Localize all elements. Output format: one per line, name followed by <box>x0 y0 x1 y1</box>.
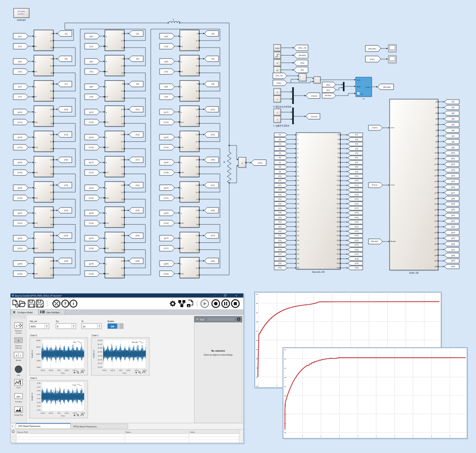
svg-text:g13: g13 <box>435 169 437 171</box>
svg-text:[Kp]: [Kp] <box>301 62 304 64</box>
svg-text:[Open]: [Open] <box>372 126 377 129</box>
svg-text:103: 103 <box>57 412 60 414</box>
svg-text:0.96: 0.96 <box>37 390 41 392</box>
svg-text:I8: I8 <box>297 166 298 168</box>
svg-text:N+: N+ <box>50 166 52 168</box>
svg-text:8020: 8020 <box>37 346 41 348</box>
svg-text:[I4]: [I4] <box>279 148 281 150</box>
svg-text:[V26]: [V26] <box>355 249 358 251</box>
svg-text:Amplitude: Amplitude <box>31 392 33 401</box>
svg-text:I15: I15 <box>196 134 198 136</box>
svg-text:0.92: 0.92 <box>37 405 41 407</box>
svg-text:[V2]: [V2] <box>89 45 93 48</box>
svg-text:[g12]: [g12] <box>164 111 168 113</box>
svg-text:N+: N+ <box>196 116 198 118</box>
svg-text:Vdc_ref: Vdc_ref <box>30 320 37 323</box>
svg-text:I15: I15 <box>297 198 299 200</box>
svg-text:g: g <box>181 212 182 214</box>
svg-text:[V10]: [V10] <box>355 175 358 177</box>
svg-text:–: – <box>215 294 216 297</box>
svg-text:[I25]: [I25] <box>64 234 68 237</box>
svg-text:g14: g14 <box>435 175 437 177</box>
svg-text:Image Box: Image Box <box>14 414 23 416</box>
svg-text:[V27]: [V27] <box>355 253 358 255</box>
svg-text:V9: V9 <box>338 171 339 173</box>
svg-text:[g4]: [g4] <box>18 60 21 63</box>
svg-text:V16: V16 <box>35 172 37 174</box>
svg-text:[g6]: [g6] <box>452 130 454 131</box>
svg-text:[V28]: [V28] <box>355 258 358 260</box>
svg-text:Button: Button <box>16 359 22 361</box>
svg-text:103: 103 <box>119 369 122 371</box>
svg-text:g1: g1 <box>435 101 437 103</box>
svg-text:g26: g26 <box>435 243 437 245</box>
svg-text:[g14]: [g14] <box>89 136 93 138</box>
svg-text:V21: V21 <box>337 226 339 228</box>
svg-text:[I27]: [I27] <box>211 234 215 237</box>
svg-text:[g28]: [g28] <box>451 255 455 256</box>
svg-text:N+: N+ <box>196 217 198 219</box>
svg-text:[V14]: [V14] <box>355 194 358 196</box>
svg-text:No selection: No selection <box>212 349 225 352</box>
svg-text:I23: I23 <box>121 210 123 212</box>
svg-text:[V20]: [V20] <box>355 221 358 223</box>
svg-text:[g10]: [g10] <box>451 152 455 154</box>
svg-text:[I12]: [I12] <box>211 108 215 111</box>
svg-text:Source Path: Source Path <box>17 431 28 433</box>
svg-text:[I29]: [I29] <box>279 263 282 264</box>
svg-text:[I7]: [I7] <box>279 162 281 163</box>
svg-text:0. 锁定状态关闭Sub: 0. 锁定状态关闭Sub <box>273 105 291 108</box>
svg-text:[g10]: [g10] <box>18 111 22 113</box>
svg-text:[V27]: [V27] <box>164 247 168 249</box>
svg-text:Enable: Enable <box>108 320 114 323</box>
svg-text:g5: g5 <box>435 124 437 126</box>
svg-text:Chart 2: Chart 2 <box>30 377 37 379</box>
svg-text:[I23]: [I23] <box>136 209 140 212</box>
svg-text:Time: Time <box>123 372 127 374</box>
svg-text:[V7]: [V7] <box>18 96 22 98</box>
svg-text:g16: g16 <box>435 186 437 188</box>
svg-text:I8: I8 <box>122 83 123 85</box>
svg-text:I11: I11 <box>121 109 123 111</box>
svg-text:g23: g23 <box>435 226 437 228</box>
svg-text:V3: V3 <box>338 143 339 145</box>
svg-text:[I19]: [I19] <box>279 217 282 219</box>
svg-text:[g27]: [g27] <box>164 237 168 239</box>
svg-text:[Moudle]: [Moudle] <box>372 240 378 242</box>
svg-text:[Vdc]: [Vdc] <box>277 82 281 84</box>
svg-text:Amplitude: Amplitude <box>93 349 95 358</box>
svg-text:I21: I21 <box>297 226 299 228</box>
svg-text:Time: Time <box>61 415 65 417</box>
svg-text:I16: I16 <box>50 159 52 161</box>
svg-text:Moudle: Moudle <box>132 341 138 343</box>
svg-text:N+: N+ <box>196 267 198 269</box>
svg-text:V12: V12 <box>181 122 183 123</box>
svg-text:I29: I29 <box>121 260 123 262</box>
svg-text:[I21]: [I21] <box>279 226 282 228</box>
svg-text:[V26]: [V26] <box>89 247 93 249</box>
svg-text:V4: V4 <box>35 71 37 73</box>
svg-text:Discrete,: Discrete, <box>18 10 25 12</box>
svg-text:[g3]: [g3] <box>452 112 454 114</box>
svg-text:[I18]: [I18] <box>211 159 215 161</box>
svg-text:8000: 8000 <box>31 325 36 328</box>
svg-text:g: g <box>106 162 107 163</box>
svg-text:[I24]: [I24] <box>279 240 282 241</box>
svg-text:[V9]: [V9] <box>355 171 358 173</box>
svg-text:g24: g24 <box>435 232 437 234</box>
svg-text:[I26]: [I26] <box>279 249 282 251</box>
svg-text:Control: Control <box>15 332 22 334</box>
svg-text:error: error <box>357 79 361 81</box>
svg-text:[g11]: [g11] <box>451 158 455 160</box>
svg-text:I13: I13 <box>297 189 299 191</box>
svg-text:abc: abc <box>17 395 21 398</box>
svg-text:I23: I23 <box>297 235 299 237</box>
svg-text:Sub1~30: Sub1~30 <box>409 271 419 274</box>
svg-text:V8: V8 <box>106 96 108 98</box>
svg-text:[I16]: [I16] <box>279 203 282 205</box>
svg-text:I12: I12 <box>297 185 299 186</box>
svg-text:[I16]: [I16] <box>64 159 68 161</box>
svg-text:103.2: 103.2 <box>126 369 131 371</box>
svg-text:8: 8 <box>57 325 59 328</box>
svg-text:Numeric: Numeric <box>15 345 22 347</box>
